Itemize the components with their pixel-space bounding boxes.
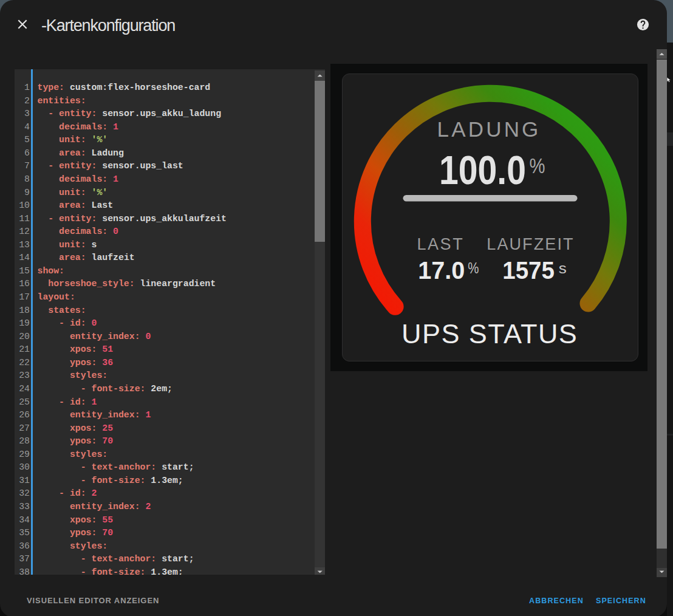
svg-text:%: % <box>529 153 545 177</box>
svg-text:%: % <box>468 259 479 276</box>
svg-text:LAUFZEIT: LAUFZEIT <box>487 234 574 253</box>
svg-text:LADUNG: LADUNG <box>437 117 541 140</box>
svg-text:100.0: 100.0 <box>439 147 526 193</box>
svg-text:s: s <box>558 259 566 276</box>
svg-text:1575: 1575 <box>502 256 555 283</box>
svg-text:UPS STATUS: UPS STATUS <box>401 318 578 349</box>
svg-text:LAST: LAST <box>417 234 464 253</box>
svg-text:17.0: 17.0 <box>418 256 465 283</box>
